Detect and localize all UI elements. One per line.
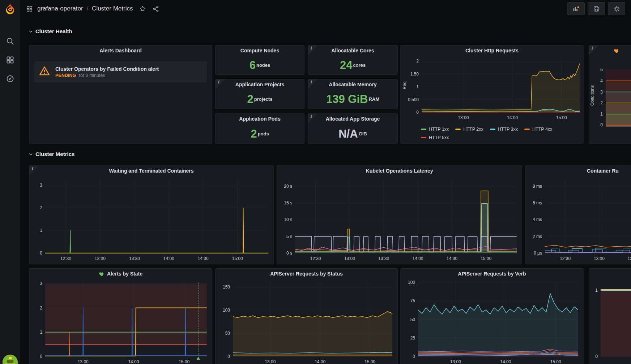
svg-text:13:00: 13:00 [458,115,469,120]
alert-state-badge: PENDING [55,73,76,78]
apiserver-verb-chart[interactable]: 025507510013:0014:0015:00 [402,280,580,364]
svg-text:2 ms: 2 ms [533,234,542,239]
grafana-logo-icon[interactable] [4,3,16,15]
info-icon: i [31,166,33,171]
panel-alerts-by-state: Alerts by State 012313:0014:0015:00 [29,268,212,364]
panel-cluster-operators-conditions: i 012345Conditions [589,45,631,144]
legend-item[interactable]: HTTP 2xx [455,126,483,133]
info-corner[interactable] [308,46,317,55]
panel-title[interactable]: Allocatable Cores [308,46,397,56]
legend-swatch [421,137,426,138]
panel-container-runtime: Container Ru 0 µs2 ms4 ms6 ms8 ms12:3013… [525,165,631,264]
heart-icon [99,271,105,277]
sidebar [0,0,20,364]
chevron-down-icon [28,29,33,34]
panel-title[interactable] [589,269,631,279]
dashboard-settings-button[interactable] [608,2,625,15]
info-corner[interactable] [308,79,317,89]
svg-text:15:00: 15:00 [481,256,491,261]
waiting-terminated-chart[interactable]: 012312:3013:0013:3014:0014:3015:00 [31,177,270,262]
alert-duration: for 3 minutes [79,73,105,78]
panel-title[interactable]: Compute Nodes [216,46,304,56]
section-cluster-health[interactable]: Cluster Health [28,28,72,34]
panel-application-pods: Application Pods 2 pods [215,113,304,144]
info-corner[interactable] [589,46,598,55]
warning-triangle-icon [39,65,50,78]
svg-text:50: 50 [225,331,230,336]
explore-compass-icon[interactable] [5,74,15,84]
svg-text:13:00: 13:00 [78,359,89,364]
svg-text:Conditions: Conditions [590,85,595,106]
svg-text:0.500: 0.500 [408,97,419,102]
svg-text:13:00: 13:00 [594,256,605,261]
svg-text:14:00: 14:00 [163,256,174,261]
apiserver-status-chart[interactable]: 05010015013:0014:0015:00 [217,280,395,364]
dashboards-icon[interactable] [5,55,15,65]
partial-chart[interactable]: 0113:0014:0015:00 [591,280,631,364]
search-icon[interactable] [5,36,15,46]
panel-title[interactable]: APIServer Requests by Verb [401,269,583,279]
user-avatar[interactable] [3,355,18,364]
stat-unit: projects [254,96,273,102]
panel-title[interactable]: Kubelet Operations Latency [277,166,522,176]
svg-text:13:00: 13:00 [265,359,276,364]
legend-swatch [421,129,426,130]
legend-swatch [455,129,461,130]
topbar: grafana-operator / Cluster Metrics [20,0,631,17]
svg-text:15:00: 15:00 [179,359,189,364]
http-requests-chart[interactable]: 00.50011.50213:0014:0015:00Req [402,56,582,121]
svg-text:100: 100 [223,308,230,313]
breadcrumb-folder[interactable]: grafana-operator [37,5,83,12]
save-dashboard-button[interactable] [588,2,605,15]
svg-text:1: 1 [40,330,42,335]
panel-cluster-http-requests: Cluster Http Requests 00.50011.50213:001… [400,45,584,144]
alert-list-item[interactable]: Cluster Operators by Failed Condition al… [34,61,207,82]
panel-title[interactable]: Allocated App Storage [308,114,397,124]
panel-title[interactable]: Allocatable Memory [308,79,397,90]
svg-text:10 s: 10 s [284,217,292,222]
legend-swatch [490,129,495,130]
svg-text:25: 25 [410,335,415,341]
topbar-actions [567,2,625,15]
stat-value-row: 139 GiB RAM [308,90,397,109]
panel-title[interactable]: Container Ru [525,166,631,176]
panel-title[interactable]: Alerts by State [29,269,212,279]
svg-text:4 ms: 4 ms [533,217,542,222]
svg-text:2: 2 [416,58,419,64]
section-label: Cluster Health [35,28,72,34]
svg-text:3: 3 [600,90,603,95]
panel-title[interactable]: APIServer Requests by Status [216,269,397,279]
panel-title[interactable]: Cluster Http Requests [401,46,583,56]
grafana-dashboard: grafana-operator / Cluster Metrics [0,0,631,364]
share-icon[interactable] [153,5,159,12]
add-panel-button[interactable] [567,2,585,15]
kubelet-latency-chart[interactable]: 0 s5 s10 s15 s20 s12:3013:0013:3014:0014… [278,177,519,262]
legend-item[interactable]: HTTP 3xx [490,126,518,133]
stat-value: 24 [340,60,352,71]
stat-unit: pods [258,131,269,136]
alerts-by-state-chart[interactable]: 012313:0014:0015:00 [31,280,209,364]
legend-item[interactable]: HTTP 1xx [421,126,449,133]
info-corner[interactable] [216,79,225,89]
legend-item[interactable]: HTTP 5xx [421,134,449,141]
svg-text:12:30: 12:30 [560,256,571,261]
panel-title[interactable]: Application Projects [216,79,304,90]
legend-item[interactable]: HTTP 4xx [524,126,552,133]
dashboard-grid-icon[interactable] [26,5,33,12]
star-icon[interactable] [139,5,146,12]
panel-title[interactable]: Alerts Dashboard [29,46,212,56]
panel-title[interactable]: Application Pods [216,114,304,124]
panel-title[interactable]: Waiting and Terminated Containers [29,166,273,176]
svg-text:0: 0 [416,110,419,115]
container-runtime-chart[interactable]: 0 µs2 ms4 ms6 ms8 ms12:3013:0013:3014:00… [527,177,631,262]
breadcrumb-dashboard-title[interactable]: Cluster Metrics [92,5,133,12]
svg-text:3: 3 [40,183,42,188]
conditions-chart[interactable]: 012345Conditions [590,61,631,130]
info-icon: i [591,46,593,51]
info-corner[interactable] [308,114,317,123]
section-cluster-metrics[interactable]: Cluster Metrics [28,151,74,157]
stat-value: 2 [251,128,257,139]
sidebar-nav [0,36,20,84]
info-corner[interactable] [29,166,39,175]
svg-text:15:00: 15:00 [364,359,375,364]
